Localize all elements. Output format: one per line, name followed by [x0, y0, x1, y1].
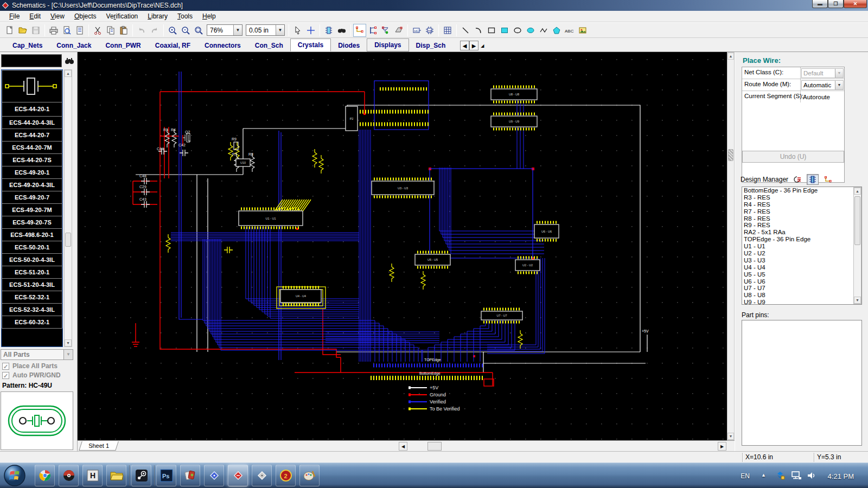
sheet-tab[interactable]: Sheet 1: [79, 441, 118, 451]
minimize-button[interactable]: ▬: [812, 0, 828, 8]
show-nets-button[interactable]: [822, 174, 834, 185]
zoom-level-select[interactable]: 76% ▼: [207, 24, 242, 36]
part-item[interactable]: ECS-49-20-4-3IL: [2, 178, 62, 191]
menu-objects[interactable]: Objects: [69, 11, 101, 21]
tab-connectors[interactable]: Connectors: [197, 40, 248, 52]
tab-disp-sch[interactable]: Disp_Sch: [409, 40, 453, 52]
place-bus-tool[interactable]: [366, 24, 379, 37]
save-button[interactable]: [29, 24, 42, 37]
taskbar-emulator-button[interactable]: 2: [276, 465, 296, 486]
close-button[interactable]: ✕: [844, 0, 867, 8]
tabs-scroll-left-button[interactable]: ◀: [460, 41, 469, 50]
taskbar-schematics-button[interactable]: [228, 465, 248, 486]
spreadsheet-button[interactable]: [441, 24, 454, 37]
taskbar-photoshop-button[interactable]: Ps: [156, 465, 176, 486]
zoom-level-dropdown-button[interactable]: ▼: [233, 25, 242, 35]
design-manager-item[interactable]: TOPEdge - 36 Pin Edge: [742, 236, 861, 243]
redo-button[interactable]: [148, 24, 161, 37]
draw-filled-ellipse-tool[interactable]: [524, 24, 537, 37]
hscroll-right-arrow[interactable]: ▶: [718, 442, 726, 451]
tab-coaxial-rf[interactable]: Coaxial, RF: [148, 40, 197, 52]
part-item[interactable]: ECS-50-20-4-3IL: [2, 253, 62, 266]
scroll-down-arrow[interactable]: ▼: [727, 433, 734, 440]
grid-size-dropdown-button[interactable]: ▼: [276, 25, 284, 35]
print-button[interactable]: [47, 24, 60, 37]
hscroll-left-arrow[interactable]: ◀: [399, 442, 407, 451]
titles-button[interactable]: [73, 24, 86, 37]
taskbar-h-app-button[interactable]: H: [82, 465, 103, 486]
draw-rectangle-tool[interactable]: [485, 24, 498, 37]
menu-edit[interactable]: Edit: [24, 11, 46, 21]
design-manager-item[interactable]: R3 - RES: [742, 194, 861, 201]
tabs-more-button[interactable]: ◢: [481, 43, 484, 48]
clock[interactable]: 4:21 PM: [828, 472, 854, 480]
tab-con-sch[interactable]: Con_Sch: [248, 40, 290, 52]
origin-tool-button[interactable]: [304, 24, 317, 37]
net-class-dropdown-button[interactable]: ▼: [835, 69, 843, 78]
design-manager-item[interactable]: U5 - U5: [742, 271, 861, 278]
hierarchy-block-button[interactable]: HB: [423, 24, 436, 37]
part-item[interactable]: ECS-49-20-7: [2, 191, 62, 204]
place-net-port-tool[interactable]: [379, 24, 392, 37]
place-all-parts-checkbox[interactable]: ✓ Place All Parts: [2, 362, 58, 370]
hierarchy-connector-button[interactable]: HC: [410, 24, 423, 37]
taskbar-cards-button[interactable]: [180, 465, 200, 486]
zoom-in-button[interactable]: [166, 24, 179, 37]
restore-button[interactable]: ❐: [828, 0, 844, 8]
part-item[interactable]: ECS-52-32-4-3IL: [2, 303, 62, 316]
design-manager-item[interactable]: U2 - U2: [742, 250, 861, 257]
part-item[interactable]: ECS-44-20-7: [2, 129, 62, 142]
design-manager-item[interactable]: RA2 - 5x1 RAa: [742, 229, 861, 236]
tab-displays[interactable]: Displays: [367, 38, 409, 52]
auto-pwr-gnd-checkbox[interactable]: ✓ Auto PWR/GND: [2, 371, 61, 379]
scroll-thumb[interactable]: [65, 233, 71, 247]
tab-conn-jack[interactable]: Conn_Jack: [49, 40, 98, 52]
find-component-button[interactable]: [335, 24, 348, 37]
zoom-out-button[interactable]: [179, 24, 192, 37]
parts-filter-dropdown-button[interactable]: ▼: [63, 350, 73, 359]
new-button[interactable]: [3, 24, 16, 37]
update-list-button[interactable]: [792, 174, 803, 185]
taskbar-pcb-layout-button[interactable]: [204, 465, 224, 486]
part-item[interactable]: ECS-50-20-1: [2, 241, 62, 254]
menu-help[interactable]: Help: [197, 11, 221, 21]
taskbar-steam-button[interactable]: [131, 465, 151, 486]
select-tool-button[interactable]: [291, 24, 304, 37]
draw-line-tool[interactable]: [459, 24, 472, 37]
part-search-input[interactable]: [1, 54, 62, 67]
print-preview-button[interactable]: [60, 24, 73, 37]
part-item[interactable]: ECS-60-32-1: [2, 316, 62, 329]
copy-button[interactable]: [104, 24, 117, 37]
menu-verification[interactable]: Verification: [101, 11, 143, 21]
draw-filled-rectangle-tool[interactable]: [498, 24, 511, 37]
taskbar-chrome-button[interactable]: [35, 465, 55, 486]
design-manager-scrollbar[interactable]: ▲ ▼: [853, 187, 861, 304]
draw-polygon-tool[interactable]: [550, 24, 563, 37]
part-item[interactable]: ECS-498.6-20-1: [2, 228, 62, 241]
place-text-tool[interactable]: ABC: [563, 24, 576, 37]
network-tray-icon[interactable]: [791, 471, 802, 482]
part-item[interactable]: ECS-52-32-1: [2, 291, 62, 304]
part-item[interactable]: ECS-44-20-7M: [2, 141, 62, 154]
design-manager-item[interactable]: U1 - U1: [742, 243, 861, 250]
menu-file[interactable]: File: [4, 11, 24, 21]
scroll-up-arrow[interactable]: ▲: [727, 53, 734, 60]
tab-conn-pwr[interactable]: Conn_PWR: [98, 40, 148, 52]
menu-library[interactable]: Library: [143, 11, 173, 21]
design-manager-item[interactable]: R8 - RES: [742, 215, 861, 222]
scroll-thumb[interactable]: [728, 149, 733, 161]
language-indicator[interactable]: EN: [741, 472, 750, 480]
scroll-down-arrow[interactable]: ▼: [65, 339, 72, 346]
tab-crystals[interactable]: Crystals: [290, 38, 331, 52]
grid-size-select[interactable]: 0.05 in ▼: [246, 24, 285, 36]
paste-button[interactable]: [117, 24, 130, 37]
scroll-down-arrow[interactable]: ▼: [854, 297, 861, 304]
canvas-vertical-scrollbar[interactable]: ▲ ▼: [727, 52, 735, 440]
part-item[interactable]: ECS-44-20-4-3IL: [2, 116, 62, 129]
design-manager-item[interactable]: R9 - RES: [742, 222, 861, 229]
wire-undo-button[interactable]: Undo (U): [742, 151, 844, 163]
hscroll-thumb[interactable]: [427, 442, 442, 451]
part-item[interactable]: ECS-44-20-7S: [2, 153, 62, 166]
part-pins-list[interactable]: [742, 320, 862, 446]
taskbar-pattern-editor-button[interactable]: [252, 465, 272, 486]
